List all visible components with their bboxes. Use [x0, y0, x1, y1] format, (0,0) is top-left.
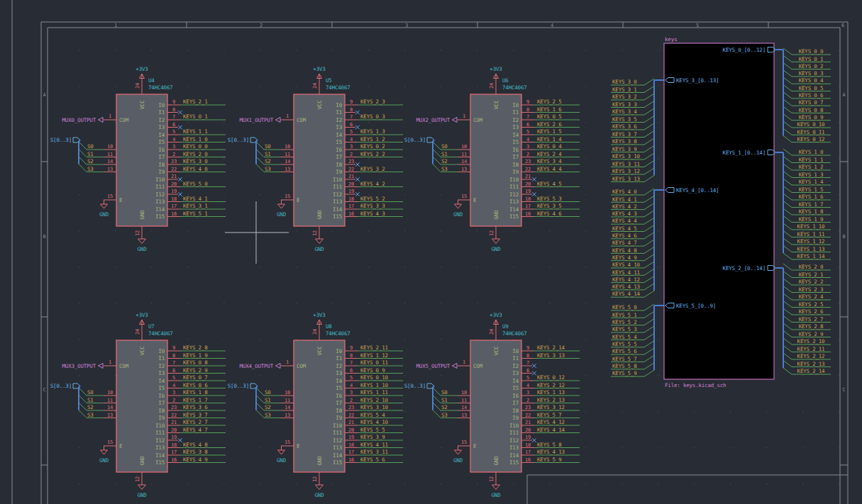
net-label[interactable]: KEYS_2_8 [799, 323, 824, 330]
net-label[interactable]: KEYS_0_11 [797, 129, 825, 135]
net-label[interactable]: KEYS_4_14 [612, 291, 641, 297]
net-label-select[interactable]: S3 [265, 412, 271, 418]
net-label[interactable]: KEYS_3_9 [360, 434, 385, 440]
net-label[interactable]: KEYS_2_11 [360, 345, 388, 351]
net-label[interactable]: KEYS_2_2 [799, 279, 824, 285]
net-label[interactable]: KEYS_0_8 [799, 107, 824, 113]
net-label[interactable]: KEYS_4_3 [612, 211, 637, 217]
net-label[interactable]: KEYS_1_11 [360, 389, 388, 396]
net-label[interactable]: KEYS_2_1 [799, 271, 824, 278]
power-label-3v3[interactable]: +3V3 [490, 312, 502, 318]
net-label-select[interactable]: S3 [87, 166, 94, 172]
power-label-3v3[interactable]: +3V3 [136, 312, 148, 318]
net-label[interactable]: KEYS_0_4 [537, 143, 562, 150]
net-label[interactable]: KEYS_4_7 [183, 427, 208, 433]
net-label[interactable]: KEYS_4_13 [612, 284, 640, 290]
net-label-select[interactable]: S3 [265, 166, 271, 172]
net-label[interactable]: KEYS_1_9 [799, 216, 824, 223]
net-label-select[interactable]: S1 [441, 397, 448, 403]
net-label[interactable]: KEYS_3_1 [612, 86, 637, 93]
net-label[interactable]: KEYS_0_7 [183, 374, 208, 381]
mux-value[interactable]: 74HC4067 [502, 330, 527, 337]
net-label[interactable]: KEYS_3_6 [183, 404, 208, 410]
net-label[interactable]: KEYS_2_7 [799, 316, 824, 323]
net-label[interactable]: KEYS_3_0 [612, 79, 637, 85]
net-label[interactable]: KEYS_5_6 [612, 348, 637, 354]
net-label[interactable]: KEYS_1_13 [537, 389, 565, 396]
net-label-select[interactable]: S1 [265, 151, 271, 157]
power-label-gnd[interactable]: GND [277, 457, 287, 464]
net-label[interactable]: KEYS_1_8 [799, 208, 824, 215]
net-label-select[interactable]: S2 [441, 158, 448, 164]
net-label[interactable]: KEYS_5_7 [537, 412, 562, 418]
hier-label-select-bus[interactable]: S[0..3] [404, 383, 426, 389]
net-label[interactable]: KEYS_5_9 [537, 457, 562, 463]
net-label[interactable]: KEYS_5_3 [537, 196, 562, 202]
sheet-pin-label[interactable]: KEYS_3_[0..13] [676, 77, 719, 84]
hier-label-select-bus[interactable]: S[0..3] [228, 137, 249, 143]
sheet-keys[interactable] [664, 43, 774, 379]
net-label[interactable]: KEYS_0_5 [537, 113, 562, 120]
net-label[interactable]: KEYS_4_12 [612, 276, 640, 283]
net-label[interactable]: KEYS_2_12 [537, 382, 565, 388]
net-label-select[interactable]: S0 [87, 143, 94, 150]
global-label-mux-output[interactable]: MUX1_OUTPUT [240, 117, 274, 123]
net-label[interactable]: KEYS_3_2 [360, 166, 385, 172]
net-label[interactable]: KEYS_5_0 [612, 304, 637, 310]
net-label[interactable]: KEYS_1_2 [799, 164, 824, 170]
net-label[interactable]: KEYS_2_5 [537, 99, 562, 105]
global-label-mux-output[interactable]: MUX2_OUTPUT [416, 117, 451, 123]
net-label[interactable]: KEYS_2_13 [537, 397, 565, 403]
net-label-select[interactable]: S3 [87, 412, 94, 418]
net-label[interactable]: KEYS_0_2 [360, 143, 385, 150]
sheet-pin-label[interactable]: KEYS_0_[0..12] [723, 47, 766, 53]
net-label[interactable]: KEYS_3_0 [183, 158, 208, 164]
net-label[interactable]: KEYS_1_1 [799, 157, 824, 163]
power-label-3v3[interactable]: +3V3 [313, 66, 325, 72]
net-label[interactable]: KEYS_1_11 [797, 231, 825, 237]
net-label[interactable]: KEYS_3_5 [612, 116, 637, 123]
net-label[interactable]: KEYS_3_10 [360, 404, 389, 410]
net-label[interactable]: KEYS_5_0 [183, 181, 208, 187]
net-label[interactable]: KEYS_2_0 [799, 264, 824, 270]
net-label[interactable]: KEYS_4_4 [612, 218, 637, 224]
net-label[interactable]: KEYS_5_2 [612, 319, 637, 325]
net-label[interactable]: KEYS_3_7 [612, 131, 637, 138]
net-label[interactable]: KEYS_4_5 [612, 225, 637, 232]
net-label-select[interactable]: S2 [87, 158, 94, 164]
net-label[interactable]: KEYS_5_8 [612, 363, 637, 369]
net-label[interactable]: KEYS_1_0 [799, 149, 824, 155]
net-label[interactable]: KEYS_1_6 [799, 194, 824, 200]
net-label[interactable]: KEYS_0_8 [183, 359, 208, 366]
net-label[interactable]: KEYS_5_7 [612, 356, 637, 362]
net-label[interactable]: KEYS_0_12 [537, 374, 565, 381]
net-label[interactable]: KEYS_2_4 [799, 293, 824, 300]
mux-reference[interactable]: U4 [148, 77, 155, 84]
net-label[interactable]: KEYS_5_5 [612, 341, 637, 347]
net-label[interactable]: KEYS_1_14 [797, 253, 826, 259]
net-label[interactable]: KEYS_4_1 [183, 196, 208, 202]
net-label[interactable]: KEYS_1_12 [797, 238, 825, 245]
power-label-gnd[interactable]: GND [277, 211, 287, 218]
power-label-gnd[interactable]: GND [138, 492, 148, 498]
net-label[interactable]: KEYS_2_10 [360, 397, 389, 403]
net-label[interactable]: KEYS_3_12 [537, 404, 565, 410]
net-label[interactable]: KEYS_3_1 [183, 203, 208, 209]
net-label[interactable]: KEYS_3_10 [612, 153, 641, 159]
power-label-gnd[interactable]: GND [492, 492, 502, 498]
net-label-select[interactable]: S0 [441, 143, 448, 150]
net-label[interactable]: KEYS_4_12 [537, 419, 565, 425]
net-label[interactable]: KEYS_3_3 [612, 101, 637, 108]
net-label[interactable]: KEYS_2_2 [360, 151, 385, 157]
net-label[interactable]: KEYS_1_1 [183, 128, 208, 135]
mux-value[interactable]: 74HC4067 [502, 84, 527, 91]
net-label[interactable]: KEYS_1_8 [183, 389, 208, 396]
net-label[interactable]: KEYS_3_2 [612, 94, 637, 100]
net-label-select[interactable]: S0 [265, 389, 271, 396]
net-label[interactable]: KEYS_0_4 [799, 77, 824, 84]
power-label-3v3[interactable]: +3V3 [136, 66, 148, 72]
net-label[interactable]: KEYS_2_6 [799, 308, 824, 315]
net-label[interactable]: KEYS_1_10 [797, 223, 826, 230]
net-label[interactable]: KEYS_3_3 [360, 203, 385, 209]
net-label[interactable]: KEYS_1_7 [799, 201, 824, 208]
